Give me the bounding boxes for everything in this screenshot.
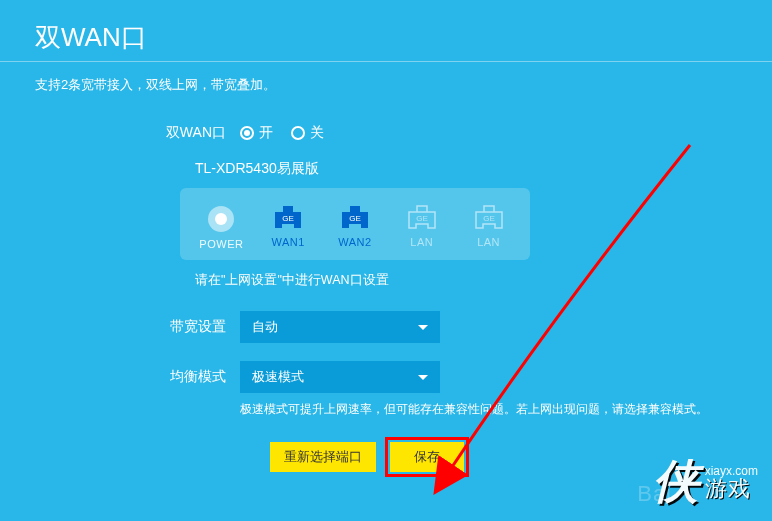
port-lan1-label: LAN [410,236,433,248]
ethernet-icon: GE [407,204,437,230]
ethernet-icon: GE [273,204,303,230]
port-wan2-label: WAN2 [338,236,371,248]
radio-on[interactable]: 开 [240,124,273,142]
toggle-radio-group: 开 关 [240,124,324,142]
balance-select[interactable]: 极速模式 [240,361,440,393]
svg-text:GE: GE [416,214,428,223]
watermark: 侠 xiayx.com 游戏 [653,451,758,513]
balance-row: 均衡模式 极速模式 [0,361,772,393]
chevron-down-icon [418,375,428,380]
toggle-label: 双WAN口 [0,124,240,142]
svg-text:GE: GE [282,214,294,223]
radio-on-circle [240,126,254,140]
ethernet-icon: GE [340,204,370,230]
port-lan2-label: LAN [477,236,500,248]
port-power-label: POWER [199,238,243,250]
bandwidth-row: 带宽设置 自动 [0,311,772,343]
toggle-row: 双WAN口 开 关 [0,124,772,142]
radio-on-label: 开 [259,124,273,142]
port-power: POWER [191,204,251,250]
reselect-ports-button[interactable]: 重新选择端口 [270,442,376,472]
device-model: TL-XDR5430易展版 [195,160,772,178]
radio-off-label: 关 [310,124,324,142]
port-wan2[interactable]: GE WAN2 [325,204,385,250]
mode-hint: 极速模式可提升上网速率，但可能存在兼容性问题。若上网出现问题，请选择兼容模式。 [240,401,772,418]
watermark-char: 侠 [653,451,699,513]
svg-text:GE: GE [349,214,361,223]
port-lan2[interactable]: GE LAN [459,204,519,250]
ethernet-icon: GE [474,204,504,230]
balance-value: 极速模式 [252,368,304,386]
bandwidth-value: 自动 [252,318,278,336]
bandwidth-label: 带宽设置 [0,318,240,336]
svg-text:GE: GE [483,214,495,223]
wan-setup-hint: 请在"上网设置"中进行WAN口设置 [195,272,772,289]
page-subtitle: 支持2条宽带接入，双线上网，带宽叠加。 [0,62,772,94]
bandwidth-select[interactable]: 自动 [240,311,440,343]
port-lan1[interactable]: GE LAN [392,204,452,250]
radio-off[interactable]: 关 [291,124,324,142]
port-wan1[interactable]: GE WAN1 [258,204,318,250]
balance-label: 均衡模式 [0,368,240,386]
port-wan1-label: WAN1 [272,236,305,248]
save-button[interactable]: 保存 [390,442,464,472]
power-icon [208,206,234,232]
page-title: 双WAN口 [0,0,772,61]
radio-off-circle [291,126,305,140]
form-area: 双WAN口 开 关 TL-XDR5430易展版 POWER GE WAN1 [0,124,772,472]
watermark-brand: 游戏 [705,478,758,500]
ports-panel: POWER GE WAN1 GE WAN2 GE LAN GE LAN [180,188,530,260]
chevron-down-icon [418,325,428,330]
